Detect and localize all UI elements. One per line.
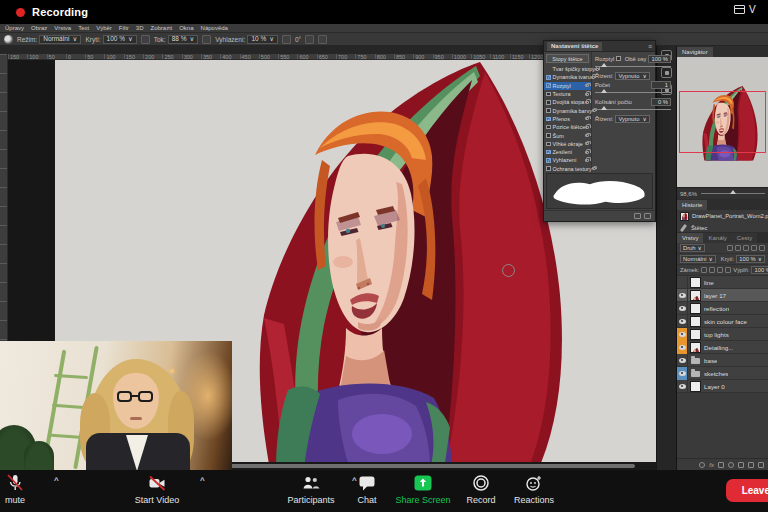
brush-setting-checkbox[interactable] — [546, 166, 551, 171]
history-snapshot-row[interactable]: DrawPlanet_Portrait_Wom2.psd — [677, 210, 768, 222]
lock-position-icon[interactable] — [717, 267, 723, 273]
layer-row[interactable]: line — [677, 276, 768, 289]
menu-item-okna[interactable]: Okna — [179, 25, 193, 31]
view-button[interactable]: V — [734, 4, 768, 15]
brush-setting-checkbox[interactable] — [546, 92, 551, 97]
fill-value[interactable]: 100 %∨ — [751, 266, 768, 274]
brush-setting-textura[interactable]: Textura — [544, 90, 591, 98]
smoothing-gear-icon[interactable] — [282, 35, 291, 44]
lock-icon[interactable] — [585, 93, 589, 96]
navigator-zoom-value[interactable]: 98,6% — [680, 191, 697, 197]
layer-thumbnail[interactable] — [690, 329, 701, 340]
mode-select[interactable]: Normální∨ — [39, 35, 81, 44]
brush-setting-dynamika-barvy[interactable]: Dynamika barvy — [544, 106, 591, 114]
mute-options-chevron[interactable]: ^ — [54, 476, 59, 485]
lock-icon[interactable] — [591, 76, 595, 79]
new-brush-icon[interactable] — [634, 213, 641, 219]
brush-setting-checkbox[interactable]: ✓ — [546, 83, 551, 88]
layers-opacity-value[interactable]: 100 %∨ — [736, 255, 765, 263]
navigator-thumbnail[interactable] — [677, 57, 768, 187]
scatter-slider[interactable] — [595, 66, 671, 67]
lock-icon[interactable] — [585, 84, 589, 87]
layer-thumbnail[interactable] — [690, 277, 701, 288]
lock-icon[interactable] — [595, 68, 599, 71]
brush-setting-vyhlazen-[interactable]: ✓Vyhlazení — [544, 156, 591, 164]
video-options-chevron[interactable]: ^ — [200, 476, 205, 485]
visibility-eye-icon[interactable] — [677, 341, 688, 354]
brush-tip-button[interactable]: Stopy štětce — [546, 54, 589, 63]
menu-item-text[interactable]: Text — [78, 25, 89, 31]
tab-cesty[interactable]: Cesty — [732, 233, 757, 243]
start-video-button[interactable]: Start Video — [122, 473, 192, 505]
brush-setting-dvojit-stopa[interactable]: Dvojitá stopa — [544, 98, 591, 106]
layer-row[interactable]: reflection — [677, 302, 768, 315]
reactions-button[interactable]: Reactions — [506, 473, 562, 505]
layer-row[interactable]: Detailing... — [677, 341, 768, 354]
brush-setting-checkbox[interactable] — [546, 100, 551, 105]
group-folder-icon[interactable] — [690, 355, 701, 366]
webcam-video-overlay[interactable] — [0, 341, 232, 470]
visibility-eye-icon[interactable] — [677, 328, 688, 341]
tab-vrstvy[interactable]: Vrstvy — [677, 233, 703, 243]
layer-row[interactable]: base — [677, 354, 768, 367]
filter-shape-icon[interactable] — [751, 245, 757, 251]
brush-preset-icon[interactable] — [4, 35, 13, 44]
brush-setting-vlhk-okraje[interactable]: Vlhké okraje — [544, 140, 591, 148]
visibility-eye-icon[interactable] — [677, 315, 688, 328]
symmetry-icon[interactable] — [318, 35, 327, 44]
smoothing-select[interactable]: 10 %∨ — [247, 35, 278, 44]
new-layer-icon[interactable] — [748, 462, 754, 468]
lock-icon[interactable] — [585, 101, 589, 104]
layer-row[interactable]: top lights — [677, 328, 768, 341]
blend-mode-select[interactable]: Normální∨ — [680, 255, 716, 263]
visibility-eye-icon[interactable] — [677, 367, 688, 380]
layer-mask-icon[interactable] — [718, 462, 724, 468]
participants-button[interactable]: Participants — [278, 473, 344, 505]
visibility-eye-icon[interactable] — [677, 354, 688, 367]
filter-pixel-icon[interactable] — [727, 245, 733, 251]
flow-select[interactable]: 88 %∨ — [168, 35, 199, 44]
lock-icon[interactable] — [592, 167, 596, 170]
brush-setting-checkbox[interactable] — [546, 142, 551, 147]
mute-button[interactable]: mute — [0, 473, 46, 505]
airbrush-icon[interactable] — [202, 35, 211, 44]
menu-item-zobrazit[interactable]: Zobrazit — [151, 25, 173, 31]
menu-item-obraz[interactable]: Obraz — [31, 25, 47, 31]
visibility-empty[interactable] — [677, 276, 688, 289]
chat-button[interactable]: Chat — [347, 473, 387, 505]
lock-icon[interactable] — [585, 126, 589, 129]
brush-setting-checkbox[interactable]: ✓ — [546, 150, 551, 155]
layer-thumbnail[interactable] — [690, 290, 701, 301]
visibility-eye-icon[interactable] — [677, 289, 688, 302]
link-layers-icon[interactable] — [699, 462, 705, 468]
tab-kanály[interactable]: Kanály — [703, 233, 731, 243]
new-group-icon[interactable] — [738, 462, 744, 468]
brush-setting-zes-len-[interactable]: ✓Zesílení — [544, 148, 591, 156]
count-slider[interactable] — [595, 92, 671, 93]
brush-setting-checkbox[interactable] — [546, 133, 551, 138]
adjustment-layer-icon[interactable] — [728, 462, 734, 468]
lock-icon[interactable] — [585, 134, 589, 137]
brush-setting-p-enos[interactable]: ✓Přenos — [544, 115, 591, 123]
control2-select[interactable]: Vypnuto∨ — [615, 115, 649, 123]
opacity-select[interactable]: 100 %∨ — [103, 35, 137, 44]
delete-brush-icon[interactable] — [644, 213, 651, 219]
count-jitter-value[interactable]: 0 % — [651, 98, 671, 106]
brush-angle-value[interactable]: 0° — [295, 36, 301, 43]
layer-thumbnail[interactable] — [690, 381, 701, 392]
layer-filter-select[interactable]: Druh∨ — [680, 244, 705, 252]
leave-button[interactable]: Leave — [726, 479, 768, 502]
pressure-opacity-icon[interactable] — [141, 35, 150, 44]
control-select[interactable]: Vypnuto∨ — [615, 72, 649, 80]
share-screen-button[interactable]: Share Screen — [388, 473, 458, 505]
tab-navigator[interactable]: Navigátor — [677, 47, 713, 57]
visibility-eye-icon[interactable] — [677, 380, 688, 393]
brush-setting-dynamika-tvaru[interactable]: ✓Dynamika tvaru — [544, 73, 591, 81]
brush-setting-checkbox[interactable]: ✓ — [546, 158, 551, 163]
brush-setting--um[interactable]: Šum — [544, 131, 591, 139]
menu-item-nápověda[interactable]: Nápověda — [201, 25, 228, 31]
brush-setting-rozptyl[interactable]: ✓Rozptyl — [544, 82, 591, 90]
navigator-zoom-slider[interactable] — [701, 193, 765, 194]
count-value[interactable]: 1 — [651, 81, 671, 89]
filter-type-icon[interactable] — [743, 245, 749, 251]
